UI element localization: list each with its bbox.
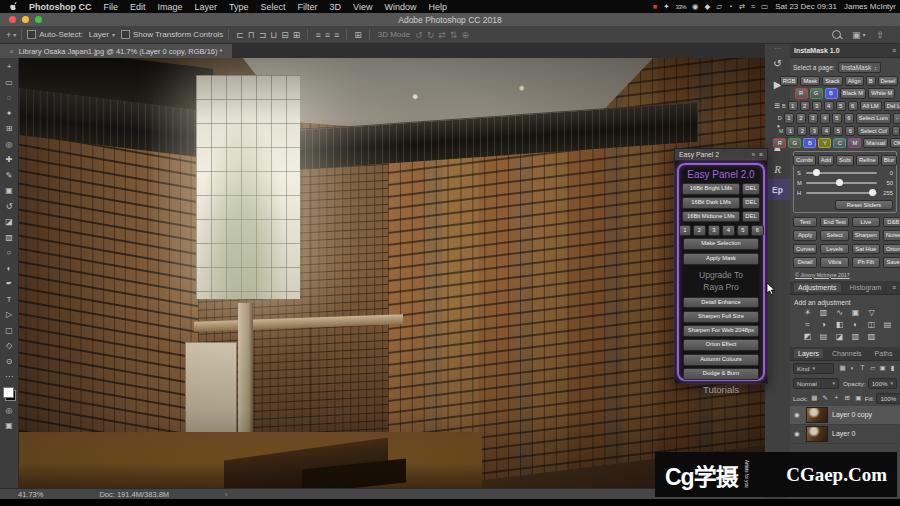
fill-field[interactable]: 100% ▾ xyxy=(876,393,900,404)
color-balance-icon[interactable]: ◑ xyxy=(818,320,829,330)
zoom-level-field[interactable]: 41.73% xyxy=(18,490,43,499)
edit-toolbar-button[interactable]: ⋯ xyxy=(0,369,18,385)
3d-roll-icon[interactable]: ↻ xyxy=(425,30,437,40)
lum-number-button[interactable]: 1 xyxy=(788,101,798,111)
instamask-action-button[interactable]: End Test xyxy=(820,217,848,227)
filter-pixel-icon[interactable]: ▦ xyxy=(838,364,847,372)
lock-artboard-icon[interactable]: ⊞ xyxy=(843,394,852,402)
menu-photoshop[interactable]: Photoshop CC xyxy=(23,2,98,12)
select-blue-button[interactable]: B xyxy=(803,138,816,148)
slider-knob[interactable] xyxy=(836,179,843,186)
instamask-action-button[interactable]: Sharpen xyxy=(852,230,880,240)
lum-number-button[interactable]: 5 xyxy=(836,101,846,111)
lum-number-button[interactable]: 3 xyxy=(809,126,819,136)
slider-knob[interactable] xyxy=(869,189,876,196)
mask-number-button[interactable]: 1 xyxy=(679,225,692,236)
instamask-action-button[interactable]: D&B xyxy=(883,217,900,227)
slider-track[interactable] xyxy=(806,192,877,194)
quick-selection-tool[interactable]: ✦ xyxy=(0,106,18,122)
tab-layers[interactable]: Layers xyxy=(794,349,823,358)
easy-panel-icon[interactable]: Ep xyxy=(765,179,790,200)
lum-number-button[interactable]: 1 xyxy=(785,126,795,136)
red-channel-button[interactable]: R xyxy=(795,88,808,98)
easy-panel-action-button[interactable]: Autumn Colours xyxy=(683,354,759,366)
instamask-button[interactable]: Mask xyxy=(800,76,820,86)
manual-button[interactable]: OK xyxy=(890,138,900,148)
move-tool[interactable]: + xyxy=(0,59,18,75)
select-col-button[interactable]: Select Col xyxy=(857,126,889,136)
layer-thumbnail[interactable] xyxy=(806,407,828,423)
instamask-action-button[interactable]: Save xyxy=(883,257,900,267)
healing-brush-tool[interactable]: ✚ xyxy=(0,152,18,168)
recording-app-icon[interactable]: ■ xyxy=(653,2,658,11)
delete-lms-button[interactable]: DEL xyxy=(742,211,760,223)
lum-number-button[interactable]: 4 xyxy=(820,113,830,123)
menu-item[interactable]: Help xyxy=(422,2,453,12)
foreground-color-swatch[interactable] xyxy=(3,387,14,398)
auto-select-checkbox[interactable] xyxy=(27,30,36,39)
align-top-icon[interactable]: ⊔ xyxy=(268,30,279,40)
menu-item[interactable]: Filter xyxy=(292,2,324,12)
zoom-tool[interactable]: ⊙ xyxy=(0,354,18,370)
instamask-action-button[interactable]: Select xyxy=(820,230,848,240)
instamask-action-button[interactable]: Levels xyxy=(820,244,848,254)
quick-mask-button[interactable]: ◎ xyxy=(0,403,18,419)
slider-track[interactable] xyxy=(806,182,877,184)
selective-color-icon[interactable]: ▨ xyxy=(866,332,877,342)
color-lookup-icon[interactable]: ▤ xyxy=(882,320,893,330)
workspace-switcher[interactable]: ▣ ▾ xyxy=(850,30,866,40)
easy-panel-action-button[interactable]: Dodge & Burn xyxy=(683,368,759,380)
eraser-tool[interactable]: ◪ xyxy=(0,214,18,230)
menu-item[interactable]: Type xyxy=(223,2,255,12)
strip-grip-icon[interactable]: ⋯ xyxy=(765,44,790,53)
layer-visibility-icon[interactable]: ◉ xyxy=(794,411,802,419)
instamask-action-button[interactable]: Curves xyxy=(793,244,817,254)
opacity-field[interactable]: 100% ▾ xyxy=(868,378,897,389)
shape-tool[interactable]: ▢ xyxy=(0,323,18,339)
select-yellow-button[interactable]: Y xyxy=(818,138,831,148)
mask-number-button[interactable]: 2 xyxy=(693,225,706,236)
filter-shape-icon[interactable]: ▱ xyxy=(868,364,877,372)
instamask-action-button[interactable]: Orton xyxy=(883,244,900,254)
green-channel-button[interactable]: G xyxy=(810,88,823,98)
photo-filter-icon[interactable]: ◐ xyxy=(850,320,861,330)
clock-icon[interactable]: ◔ xyxy=(728,2,733,11)
mask-number-button[interactable]: 3 xyxy=(708,225,721,236)
instamask-button[interactable]: B xyxy=(866,76,876,86)
vibrance-icon[interactable]: ▽ xyxy=(866,308,877,318)
menu-item[interactable]: 3D xyxy=(324,2,348,12)
apply-mask-button[interactable]: Apply Mask xyxy=(683,253,759,265)
instamask-action-button[interactable]: Sat Hue xyxy=(852,244,880,254)
blue-channel-button[interactable]: B xyxy=(825,88,838,98)
blur-tool[interactable]: ○ xyxy=(0,245,18,261)
color-swatches[interactable] xyxy=(3,387,16,401)
layer-filter-kind-dropdown[interactable]: Kind ▾ xyxy=(793,363,834,374)
screen-mode-button[interactable]: ▣ xyxy=(0,418,18,434)
panel-menu-icon[interactable]: ≡ xyxy=(892,47,896,54)
dropbox-icon[interactable]: ✦ xyxy=(663,2,669,11)
align-right-icon[interactable]: ⊐ xyxy=(257,30,269,40)
instamask-action-button[interactable]: Live xyxy=(852,217,880,227)
zoom-window-button[interactable] xyxy=(35,16,42,23)
instamask-action-button[interactable]: Detail xyxy=(793,257,817,267)
menu-item[interactable]: Image xyxy=(152,2,189,12)
layer-row-layer-0-copy[interactable]: ◉ Layer 0 copy xyxy=(790,406,900,425)
instamask-action-button[interactable]: Test xyxy=(793,217,817,227)
select-green-button[interactable]: G xyxy=(788,138,801,148)
instamask-button[interactable]: Desel xyxy=(878,76,899,86)
distribute-spacing-icon[interactable]: ⊞ xyxy=(352,30,364,40)
combi-button[interactable]: Subt xyxy=(836,155,854,165)
menu-item[interactable]: Window xyxy=(378,2,422,12)
history-panel-icon[interactable]: ↺ xyxy=(765,53,790,74)
3d-scale-icon[interactable]: ⊕ xyxy=(459,30,471,40)
close-tab-icon[interactable]: × xyxy=(9,47,14,56)
upgrade-text[interactable]: Upgrade To Raya Pro xyxy=(699,270,743,294)
lock-transparent-icon[interactable]: ▦ xyxy=(810,394,819,402)
align-bottom-icon[interactable]: ⊞ xyxy=(291,30,303,40)
menu-item[interactable]: Edit xyxy=(124,2,152,12)
align-left-icon[interactable]: ⊏ xyxy=(234,30,246,40)
collapse-panel-icon[interactable]: » xyxy=(752,151,756,158)
3d-drag-icon[interactable]: ⇄ xyxy=(436,30,448,40)
panel-menu-icon[interactable]: ≡ xyxy=(892,284,896,291)
eyedropper-tool[interactable]: ◎ xyxy=(0,137,18,153)
